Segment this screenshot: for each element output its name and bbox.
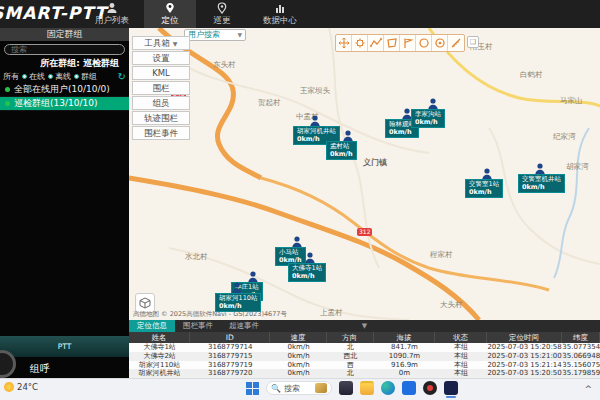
collapse-panel-icon[interactable]: ▼ xyxy=(362,320,367,332)
start-button[interactable] xyxy=(246,382,259,395)
taskbar-icon-task-view[interactable] xyxy=(339,381,353,395)
map-tool-measure[interactable] xyxy=(448,35,464,51)
filter-option[interactable]: 在线 xyxy=(22,71,45,82)
search-icon: 🔍 xyxy=(271,384,281,393)
top-nav-tabs: 用户列表定位巡更数据中心 xyxy=(80,0,312,28)
table-cell: 3168779714 xyxy=(190,343,270,352)
map-canvas[interactable]: 用户搜索 ▼ 工具箱 ▼设置KML围栏组员轨迹围栏围栏事件 ❏ 福银高速3433… xyxy=(129,28,600,320)
place-label: 贺起村 xyxy=(258,98,281,108)
group-list-item[interactable]: 巡检群组(13/10/10) xyxy=(0,97,129,111)
table-cell: 本组 xyxy=(435,361,487,370)
taskbar-icon-file-explorer[interactable] xyxy=(360,381,374,395)
map-tool-disc[interactable] xyxy=(432,35,448,51)
map-menu-item[interactable]: 围栏事件 xyxy=(132,126,190,140)
table-cell: 大佛寺1站 xyxy=(129,343,190,352)
map-menu-label: KML xyxy=(152,68,170,78)
refresh-icon[interactable]: ↻ xyxy=(118,72,126,82)
group-list-item[interactable]: 全部在线用户(10/10/0) xyxy=(0,83,129,97)
map-tool-polyline[interactable] xyxy=(368,35,384,51)
column-header[interactable]: 姓名 xyxy=(129,332,190,343)
marker-speed: 0km/h xyxy=(219,302,242,310)
polyline-icon xyxy=(370,37,382,49)
filter-option[interactable]: 群组 xyxy=(74,71,97,82)
table-row[interactable]: 胡家河机井站31687797200km/h北0m本组2025-07-03 15:… xyxy=(129,369,600,378)
map-menu-item[interactable]: 围栏 xyxy=(132,81,190,95)
place-label: 纪家湾 xyxy=(553,132,576,142)
map-tool-circle[interactable] xyxy=(416,35,432,51)
circle-icon xyxy=(418,37,430,49)
marker-speed: 0km/h xyxy=(292,272,315,280)
marker-label: 孟村站0km/h xyxy=(326,141,357,160)
marker-label: 交警室1站0km/h xyxy=(465,179,503,198)
marker-label: 大佛寺1站0km/h xyxy=(288,263,326,282)
map-tool-flag[interactable] xyxy=(400,35,416,51)
column-header[interactable]: 速度 xyxy=(270,332,327,343)
table-cell: 2025-07-03 15:20:58 xyxy=(487,343,562,352)
group-call-label[interactable]: 组呼 xyxy=(30,362,50,376)
weather-temp: 24°C xyxy=(17,382,38,392)
column-header[interactable]: ID xyxy=(190,332,270,343)
group-filters: 所有在线离线群组↻ xyxy=(0,70,129,83)
place-label: 水北村 xyxy=(185,252,208,262)
column-header[interactable]: 海拔 xyxy=(374,332,435,343)
map-menu-label: 围栏 xyxy=(153,83,170,93)
marker-speed: 0km/h xyxy=(469,188,492,196)
top-tab-user[interactable]: 用户列表 xyxy=(80,0,144,28)
top-tab-chart[interactable]: 数据中心 xyxy=(248,0,312,28)
column-header[interactable]: 纬度 xyxy=(562,332,600,343)
filter-option[interactable]: 所有 xyxy=(3,71,19,82)
map-menu-item[interactable]: 设置 xyxy=(132,51,190,65)
sidebar: 固定群组 所在群组: 巡检群组 所有在线离线群组↻ 全部在线用户(10/10/0… xyxy=(0,28,129,378)
filter-label: 离线 xyxy=(55,71,71,82)
table-cell: 胡家河110站 xyxy=(129,361,190,370)
taskbar-icon-ptt-app[interactable] xyxy=(444,381,458,395)
taskbar-icon-store-app[interactable] xyxy=(402,381,416,395)
bottom-tab-inactive[interactable]: 超速事件 xyxy=(221,320,267,332)
sidebar-search-input[interactable] xyxy=(4,44,125,55)
table-cell: 35.066948 xyxy=(562,352,600,361)
map-menu-label: 工具箱 xyxy=(145,38,171,48)
map-menu-item[interactable]: 工具箱 ▼ xyxy=(132,36,190,50)
column-header[interactable]: 方向 xyxy=(327,332,374,343)
table-cell: 西 xyxy=(327,361,374,370)
table-cell: 0km/h xyxy=(270,352,327,361)
column-header[interactable]: 状态 xyxy=(435,332,487,343)
bottom-panel: 定位信息围栏事件超速事件▼ 姓名ID速度方向海拔状态定位时间纬度 大佛寺1站31… xyxy=(129,320,600,378)
table-cell: 本组 xyxy=(435,343,487,352)
map-menu-label: 围栏事件 xyxy=(144,128,178,138)
group-label: 全部在线用户(10/10/0) xyxy=(14,83,110,96)
map-tool-pan-hand[interactable] xyxy=(336,35,352,51)
cube-icon xyxy=(139,297,151,309)
map-menu-label: 组员 xyxy=(153,98,170,108)
weather-sun-icon xyxy=(4,382,14,392)
measure-icon xyxy=(450,37,462,49)
top-tab-pin[interactable]: 定位 xyxy=(144,0,196,28)
tray-chevron-icon[interactable]: ^ xyxy=(584,384,592,394)
map-draw-toolbar xyxy=(335,34,465,52)
layers-icon[interactable]: ❏ xyxy=(467,36,479,48)
table-header: 姓名ID速度方向海拔状态定位时间纬度 xyxy=(129,332,600,343)
bottom-tab-inactive[interactable]: 围栏事件 xyxy=(175,320,221,332)
map-tool-polygon[interactable] xyxy=(384,35,400,51)
place-label: 王家坝头 xyxy=(300,86,330,96)
map-user-search-dropdown[interactable]: 用户搜索 ▼ xyxy=(184,29,246,41)
bottom-tab-active[interactable]: 定位信息 xyxy=(129,320,175,332)
taskbar-icon-media-app[interactable] xyxy=(423,381,437,395)
taskbar-search[interactable]: 🔍 搜索 xyxy=(266,381,332,395)
weather-widget[interactable]: 24°C xyxy=(4,382,38,392)
table-row[interactable]: 大佛寺2站31687797150km/h西北1090.7m本组2025-07-0… xyxy=(129,352,600,361)
map-menu-item[interactable]: 组员 xyxy=(132,96,190,110)
taskbar-icon-edge-browser[interactable] xyxy=(381,381,395,395)
table-row[interactable]: 胡家河110站31687797190km/h西916.9m本组2025-07-0… xyxy=(129,361,600,370)
map-menu-item[interactable]: 轨迹围栏 xyxy=(132,111,190,125)
online-dot-icon xyxy=(5,87,10,92)
table-cell: 大佛寺2站 xyxy=(129,352,190,361)
table-row[interactable]: 大佛寺1站31687797140km/h北841.7m本组2025-07-03 … xyxy=(129,343,600,352)
top-tab-patrol[interactable]: 巡更 xyxy=(196,0,248,28)
pin-icon xyxy=(164,2,176,14)
column-header[interactable]: 定位时间 xyxy=(487,332,562,343)
map-tool-gear[interactable] xyxy=(352,35,368,51)
map-menu-item[interactable]: KML xyxy=(132,66,190,80)
filter-option[interactable]: 离线 xyxy=(48,71,71,82)
ptt-bar[interactable]: PTT xyxy=(0,336,129,357)
